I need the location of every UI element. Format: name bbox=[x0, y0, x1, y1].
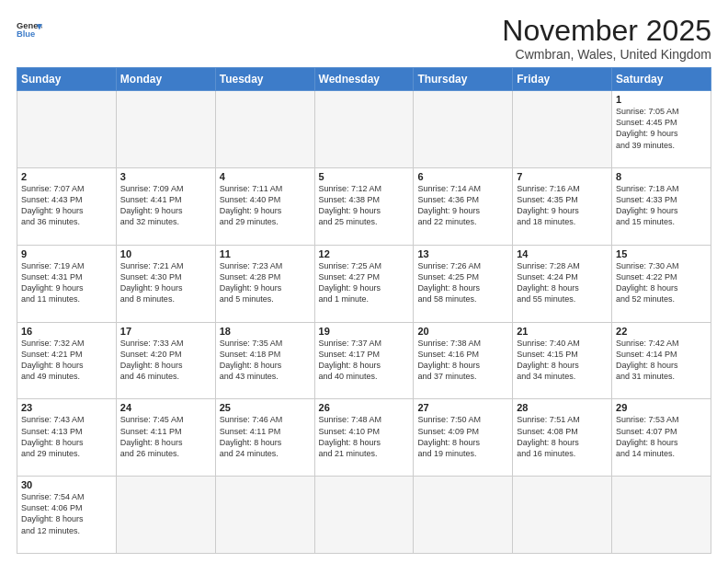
col-saturday: Saturday bbox=[612, 68, 711, 91]
table-row: 16Sunrise: 7:32 AM Sunset: 4:21 PM Dayli… bbox=[17, 322, 117, 399]
table-row: 22Sunrise: 7:42 AM Sunset: 4:14 PM Dayli… bbox=[612, 322, 711, 399]
day-info: Sunrise: 7:16 AM Sunset: 4:35 PM Dayligh… bbox=[517, 183, 608, 228]
table-row: 14Sunrise: 7:28 AM Sunset: 4:24 PM Dayli… bbox=[513, 245, 612, 322]
table-row bbox=[17, 91, 117, 168]
day-info: Sunrise: 7:30 AM Sunset: 4:22 PM Dayligh… bbox=[616, 260, 707, 305]
day-info: Sunrise: 7:18 AM Sunset: 4:33 PM Dayligh… bbox=[616, 183, 707, 228]
table-row: 30Sunrise: 7:54 AM Sunset: 4:06 PM Dayli… bbox=[17, 477, 117, 554]
table-row: 21Sunrise: 7:40 AM Sunset: 4:15 PM Dayli… bbox=[513, 322, 612, 399]
calendar-week-row: 1Sunrise: 7:05 AM Sunset: 4:45 PM Daylig… bbox=[17, 91, 711, 168]
table-row: 17Sunrise: 7:33 AM Sunset: 4:20 PM Dayli… bbox=[116, 322, 215, 399]
day-number: 21 bbox=[517, 326, 608, 337]
table-row: 25Sunrise: 7:46 AM Sunset: 4:11 PM Dayli… bbox=[215, 399, 314, 477]
table-row: 3Sunrise: 7:09 AM Sunset: 4:41 PM Daylig… bbox=[116, 167, 215, 245]
table-row bbox=[116, 91, 215, 168]
day-info: Sunrise: 7:50 AM Sunset: 4:09 PM Dayligh… bbox=[417, 414, 508, 459]
table-row: 11Sunrise: 7:23 AM Sunset: 4:28 PM Dayli… bbox=[215, 245, 314, 322]
day-info: Sunrise: 7:54 AM Sunset: 4:06 PM Dayligh… bbox=[21, 491, 112, 536]
day-info: Sunrise: 7:48 AM Sunset: 4:10 PM Dayligh… bbox=[319, 414, 410, 459]
day-number: 9 bbox=[21, 248, 112, 259]
table-row: 7Sunrise: 7:16 AM Sunset: 4:35 PM Daylig… bbox=[513, 167, 612, 245]
table-row: 18Sunrise: 7:35 AM Sunset: 4:18 PM Dayli… bbox=[215, 322, 314, 399]
day-number: 12 bbox=[319, 248, 410, 259]
col-monday: Monday bbox=[116, 68, 215, 91]
col-thursday: Thursday bbox=[414, 68, 513, 91]
table-row: 6Sunrise: 7:14 AM Sunset: 4:36 PM Daylig… bbox=[414, 167, 513, 245]
day-number: 13 bbox=[417, 248, 508, 259]
calendar-week-row: 16Sunrise: 7:32 AM Sunset: 4:21 PM Dayli… bbox=[17, 322, 711, 399]
table-row bbox=[612, 477, 711, 554]
day-info: Sunrise: 7:07 AM Sunset: 4:43 PM Dayligh… bbox=[21, 183, 112, 228]
table-row: 5Sunrise: 7:12 AM Sunset: 4:38 PM Daylig… bbox=[314, 167, 414, 245]
table-row bbox=[513, 91, 612, 168]
day-info: Sunrise: 7:51 AM Sunset: 4:08 PM Dayligh… bbox=[517, 414, 608, 459]
table-row: 13Sunrise: 7:26 AM Sunset: 4:25 PM Dayli… bbox=[414, 245, 513, 322]
day-number: 29 bbox=[616, 402, 707, 413]
svg-text:Blue: Blue bbox=[17, 29, 35, 39]
day-info: Sunrise: 7:09 AM Sunset: 4:41 PM Dayligh… bbox=[120, 183, 211, 228]
day-number: 4 bbox=[220, 171, 311, 182]
col-friday: Friday bbox=[513, 68, 612, 91]
day-info: Sunrise: 7:12 AM Sunset: 4:38 PM Dayligh… bbox=[319, 183, 410, 228]
table-row: 8Sunrise: 7:18 AM Sunset: 4:33 PM Daylig… bbox=[612, 167, 711, 245]
calendar-week-row: 9Sunrise: 7:19 AM Sunset: 4:31 PM Daylig… bbox=[17, 245, 711, 322]
table-row bbox=[414, 477, 513, 554]
table-row bbox=[215, 91, 314, 168]
day-info: Sunrise: 7:28 AM Sunset: 4:24 PM Dayligh… bbox=[517, 260, 608, 305]
day-info: Sunrise: 7:25 AM Sunset: 4:27 PM Dayligh… bbox=[319, 260, 410, 305]
col-tuesday: Tuesday bbox=[215, 68, 314, 91]
table-row: 12Sunrise: 7:25 AM Sunset: 4:27 PM Dayli… bbox=[314, 245, 414, 322]
day-number: 22 bbox=[616, 326, 707, 337]
day-info: Sunrise: 7:14 AM Sunset: 4:36 PM Dayligh… bbox=[417, 183, 508, 228]
table-row: 26Sunrise: 7:48 AM Sunset: 4:10 PM Dayli… bbox=[314, 399, 414, 477]
day-number: 18 bbox=[220, 326, 311, 337]
calendar-week-row: 30Sunrise: 7:54 AM Sunset: 4:06 PM Dayli… bbox=[17, 477, 711, 554]
table-row: 29Sunrise: 7:53 AM Sunset: 4:07 PM Dayli… bbox=[612, 399, 711, 477]
day-number: 8 bbox=[616, 171, 707, 182]
day-number: 5 bbox=[319, 171, 410, 182]
day-number: 3 bbox=[120, 171, 211, 182]
day-number: 14 bbox=[517, 248, 608, 259]
day-number: 10 bbox=[120, 248, 211, 259]
page-subtitle: Cwmbran, Wales, United Kingdom bbox=[502, 47, 711, 62]
page: General Blue November 2025 Cwmbran, Wale… bbox=[0, 0, 728, 563]
table-row: 4Sunrise: 7:11 AM Sunset: 4:40 PM Daylig… bbox=[215, 167, 314, 245]
table-row: 10Sunrise: 7:21 AM Sunset: 4:30 PM Dayli… bbox=[116, 245, 215, 322]
day-number: 23 bbox=[21, 402, 112, 413]
day-number: 15 bbox=[616, 248, 707, 259]
calendar-week-row: 23Sunrise: 7:43 AM Sunset: 4:13 PM Dayli… bbox=[17, 399, 711, 477]
general-blue-logo-icon: General Blue bbox=[17, 18, 42, 44]
day-info: Sunrise: 7:42 AM Sunset: 4:14 PM Dayligh… bbox=[616, 338, 707, 383]
calendar: Sunday Monday Tuesday Wednesday Thursday… bbox=[17, 67, 711, 554]
day-number: 7 bbox=[517, 171, 608, 182]
day-info: Sunrise: 7:21 AM Sunset: 4:30 PM Dayligh… bbox=[120, 260, 211, 305]
table-row: 24Sunrise: 7:45 AM Sunset: 4:11 PM Dayli… bbox=[116, 399, 215, 477]
table-row: 2Sunrise: 7:07 AM Sunset: 4:43 PM Daylig… bbox=[17, 167, 117, 245]
day-info: Sunrise: 7:33 AM Sunset: 4:20 PM Dayligh… bbox=[120, 338, 211, 383]
day-number: 26 bbox=[319, 402, 410, 413]
day-info: Sunrise: 7:11 AM Sunset: 4:40 PM Dayligh… bbox=[220, 183, 311, 228]
day-number: 2 bbox=[21, 171, 112, 182]
table-row bbox=[116, 477, 215, 554]
day-info: Sunrise: 7:19 AM Sunset: 4:31 PM Dayligh… bbox=[21, 260, 112, 305]
day-info: Sunrise: 7:45 AM Sunset: 4:11 PM Dayligh… bbox=[120, 414, 211, 459]
table-row: 1Sunrise: 7:05 AM Sunset: 4:45 PM Daylig… bbox=[612, 91, 711, 168]
table-row bbox=[314, 91, 414, 168]
table-row: 19Sunrise: 7:37 AM Sunset: 4:17 PM Dayli… bbox=[314, 322, 414, 399]
table-row bbox=[414, 91, 513, 168]
day-number: 24 bbox=[120, 402, 211, 413]
day-info: Sunrise: 7:23 AM Sunset: 4:28 PM Dayligh… bbox=[220, 260, 311, 305]
col-sunday: Sunday bbox=[17, 68, 117, 91]
day-number: 1 bbox=[616, 94, 707, 105]
col-wednesday: Wednesday bbox=[314, 68, 414, 91]
day-info: Sunrise: 7:46 AM Sunset: 4:11 PM Dayligh… bbox=[220, 414, 311, 459]
day-info: Sunrise: 7:38 AM Sunset: 4:16 PM Dayligh… bbox=[417, 338, 508, 383]
day-info: Sunrise: 7:53 AM Sunset: 4:07 PM Dayligh… bbox=[616, 414, 707, 459]
day-info: Sunrise: 7:35 AM Sunset: 4:18 PM Dayligh… bbox=[220, 338, 311, 383]
header: General Blue November 2025 Cwmbran, Wale… bbox=[17, 15, 711, 62]
day-number: 30 bbox=[21, 479, 112, 490]
day-number: 28 bbox=[517, 402, 608, 413]
logo: General Blue bbox=[17, 18, 42, 44]
table-row bbox=[314, 477, 414, 554]
day-number: 20 bbox=[417, 326, 508, 337]
